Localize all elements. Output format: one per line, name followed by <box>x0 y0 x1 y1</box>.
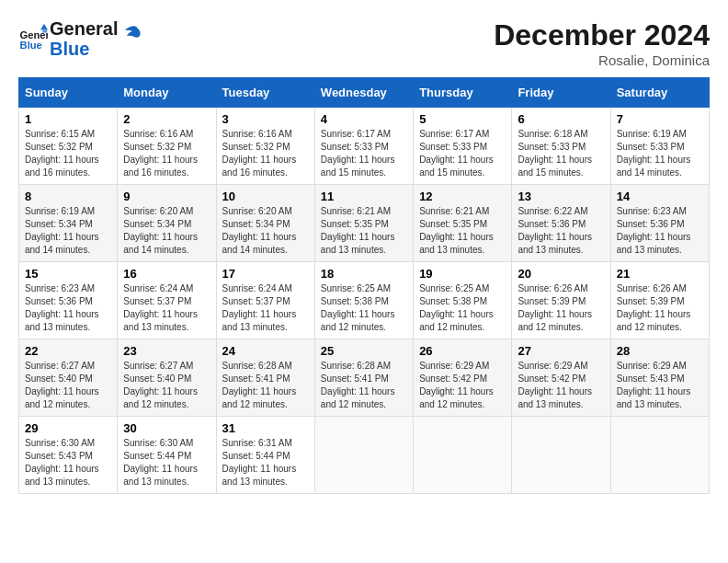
day-cell: 10 Sunrise: 6:20 AM Sunset: 5:34 PM Dayl… <box>216 185 314 262</box>
daylight-label: Daylight: 11 hours and 14 minutes. <box>222 232 297 255</box>
logo-bird-icon <box>119 23 142 45</box>
sunrise-label: Sunrise: 6:16 AM <box>123 129 193 139</box>
day-info: Sunrise: 6:16 AM Sunset: 5:32 PM Dayligh… <box>123 128 210 179</box>
day-info: Sunrise: 6:19 AM Sunset: 5:34 PM Dayligh… <box>25 205 111 257</box>
day-cell: 27 Sunrise: 6:29 AM Sunset: 5:42 PM Dayl… <box>512 339 610 417</box>
sunrise-label: Sunrise: 6:20 AM <box>123 206 193 216</box>
sunset-label: Sunset: 5:33 PM <box>518 142 586 152</box>
day-cell: 1 Sunrise: 6:15 AM Sunset: 5:32 PM Dayli… <box>19 108 118 185</box>
daylight-label: Daylight: 11 hours and 12 minutes. <box>222 386 297 409</box>
sunrise-label: Sunrise: 6:23 AM <box>25 283 95 293</box>
daylight-label: Daylight: 11 hours and 15 minutes. <box>321 155 395 178</box>
sunrise-label: Sunrise: 6:25 AM <box>321 283 391 293</box>
day-info: Sunrise: 6:20 AM Sunset: 5:34 PM Dayligh… <box>123 205 210 257</box>
daylight-label: Daylight: 11 hours and 15 minutes. <box>518 155 592 178</box>
day-number: 3 <box>222 112 309 126</box>
day-number: 2 <box>123 112 210 126</box>
sunset-label: Sunset: 5:36 PM <box>518 219 586 229</box>
day-cell: 13 Sunrise: 6:22 AM Sunset: 5:36 PM Dayl… <box>512 185 610 262</box>
sunset-label: Sunset: 5:44 PM <box>222 451 290 461</box>
daylight-label: Daylight: 11 hours and 16 minutes. <box>123 155 198 178</box>
day-cell: 7 Sunrise: 6:19 AM Sunset: 5:33 PM Dayli… <box>610 108 709 185</box>
sunrise-label: Sunrise: 6:25 AM <box>419 283 489 293</box>
header-thursday: Thursday <box>414 78 512 108</box>
sunset-label: Sunset: 5:34 PM <box>123 219 191 229</box>
day-cell: 5 Sunrise: 6:17 AM Sunset: 5:33 PM Dayli… <box>414 108 512 185</box>
header-row: Sunday Monday Tuesday Wednesday Thursday… <box>19 78 710 108</box>
svg-text:Blue: Blue <box>20 40 42 51</box>
day-cell: 20 Sunrise: 6:26 AM Sunset: 5:39 PM Dayl… <box>512 262 610 339</box>
daylight-label: Daylight: 11 hours and 13 minutes. <box>518 386 592 409</box>
day-cell: 26 Sunrise: 6:29 AM Sunset: 5:42 PM Dayl… <box>414 339 512 417</box>
sunset-label: Sunset: 5:38 PM <box>321 296 389 306</box>
sunset-label: Sunset: 5:44 PM <box>123 451 191 461</box>
day-info: Sunrise: 6:26 AM Sunset: 5:39 PM Dayligh… <box>617 282 703 334</box>
day-info: Sunrise: 6:19 AM Sunset: 5:33 PM Dayligh… <box>617 128 703 179</box>
daylight-label: Daylight: 11 hours and 12 minutes. <box>419 309 494 332</box>
day-info: Sunrise: 6:24 AM Sunset: 5:37 PM Dayligh… <box>123 282 210 334</box>
day-cell: 17 Sunrise: 6:24 AM Sunset: 5:37 PM Dayl… <box>216 262 314 339</box>
day-number: 26 <box>419 344 506 358</box>
day-cell: 6 Sunrise: 6:18 AM Sunset: 5:33 PM Dayli… <box>512 108 610 185</box>
sunrise-label: Sunrise: 6:29 AM <box>617 361 687 371</box>
day-number: 1 <box>25 112 111 126</box>
sunrise-label: Sunrise: 6:16 AM <box>222 129 292 139</box>
sunrise-label: Sunrise: 6:15 AM <box>25 129 95 139</box>
week-row-1: 1 Sunrise: 6:15 AM Sunset: 5:32 PM Dayli… <box>19 108 710 185</box>
sunset-label: Sunset: 5:42 PM <box>518 373 586 384</box>
day-number: 12 <box>419 190 506 203</box>
week-row-4: 22 Sunrise: 6:27 AM Sunset: 5:40 PM Dayl… <box>19 339 710 417</box>
day-cell <box>610 417 709 494</box>
sunset-label: Sunset: 5:34 PM <box>25 219 93 229</box>
sunrise-label: Sunrise: 6:17 AM <box>321 129 391 139</box>
daylight-label: Daylight: 11 hours and 13 minutes. <box>123 309 198 332</box>
sunset-label: Sunset: 5:39 PM <box>518 296 586 306</box>
sunrise-label: Sunrise: 6:26 AM <box>617 283 687 293</box>
day-info: Sunrise: 6:16 AM Sunset: 5:32 PM Dayligh… <box>222 128 309 179</box>
day-number: 29 <box>25 421 111 435</box>
day-number: 13 <box>518 190 604 203</box>
header-sunday: Sunday <box>19 78 118 108</box>
day-info: Sunrise: 6:29 AM Sunset: 5:42 PM Dayligh… <box>518 360 604 411</box>
day-number: 22 <box>25 344 111 358</box>
daylight-label: Daylight: 11 hours and 13 minutes. <box>222 464 297 487</box>
sunrise-label: Sunrise: 6:24 AM <box>222 283 292 293</box>
daylight-label: Daylight: 11 hours and 14 minutes. <box>123 232 198 255</box>
day-info: Sunrise: 6:21 AM Sunset: 5:35 PM Dayligh… <box>321 205 407 257</box>
daylight-label: Daylight: 11 hours and 13 minutes. <box>222 309 297 332</box>
sunset-label: Sunset: 5:32 PM <box>25 142 93 152</box>
day-number: 24 <box>222 344 309 358</box>
day-cell: 3 Sunrise: 6:16 AM Sunset: 5:32 PM Dayli… <box>216 108 314 185</box>
sunset-label: Sunset: 5:37 PM <box>123 296 191 306</box>
sunset-label: Sunset: 5:32 PM <box>222 142 290 152</box>
daylight-label: Daylight: 11 hours and 13 minutes. <box>123 464 198 487</box>
day-info: Sunrise: 6:17 AM Sunset: 5:33 PM Dayligh… <box>419 128 506 179</box>
header: General Blue General Blue December 2024 … <box>18 18 710 68</box>
sunrise-label: Sunrise: 6:26 AM <box>518 283 587 293</box>
daylight-label: Daylight: 11 hours and 13 minutes. <box>25 309 99 332</box>
calendar-table: Sunday Monday Tuesday Wednesday Thursday… <box>18 77 710 494</box>
day-info: Sunrise: 6:30 AM Sunset: 5:43 PM Dayligh… <box>25 437 111 488</box>
sunset-label: Sunset: 5:41 PM <box>222 373 290 384</box>
sunset-label: Sunset: 5:33 PM <box>419 142 487 152</box>
day-cell: 18 Sunrise: 6:25 AM Sunset: 5:38 PM Dayl… <box>314 262 413 339</box>
day-number: 14 <box>617 190 703 203</box>
daylight-label: Daylight: 11 hours and 12 minutes. <box>321 309 395 332</box>
sunset-label: Sunset: 5:40 PM <box>123 373 191 384</box>
sunrise-label: Sunrise: 6:30 AM <box>25 438 95 448</box>
day-info: Sunrise: 6:25 AM Sunset: 5:38 PM Dayligh… <box>321 282 407 334</box>
day-cell: 22 Sunrise: 6:27 AM Sunset: 5:40 PM Dayl… <box>19 339 118 417</box>
day-cell: 16 Sunrise: 6:24 AM Sunset: 5:37 PM Dayl… <box>118 262 216 339</box>
day-info: Sunrise: 6:31 AM Sunset: 5:44 PM Dayligh… <box>222 437 309 488</box>
logo-general: General <box>50 18 118 39</box>
day-number: 30 <box>123 421 210 435</box>
daylight-label: Daylight: 11 hours and 13 minutes. <box>25 464 99 487</box>
header-wednesday: Wednesday <box>314 78 413 108</box>
sunrise-label: Sunrise: 6:30 AM <box>123 438 193 448</box>
day-number: 21 <box>617 267 703 281</box>
daylight-label: Daylight: 11 hours and 12 minutes. <box>25 386 99 409</box>
day-number: 27 <box>518 344 604 358</box>
day-cell: 24 Sunrise: 6:28 AM Sunset: 5:41 PM Dayl… <box>216 339 314 417</box>
header-monday: Monday <box>118 78 216 108</box>
daylight-label: Daylight: 11 hours and 16 minutes. <box>222 155 297 178</box>
